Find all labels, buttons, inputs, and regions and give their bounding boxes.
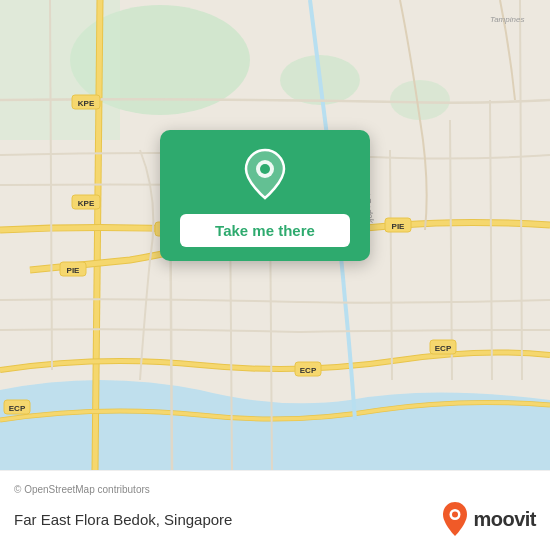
map-container[interactable]: KPE KPE PIE PIE PIE ECP ECP ECP Sungei B… [0, 0, 550, 470]
moovit-logo-pin [441, 501, 469, 537]
svg-point-26 [452, 512, 458, 518]
svg-text:ECP: ECP [435, 344, 452, 353]
location-pin-icon [243, 148, 287, 200]
moovit-brand-text: moovit [473, 508, 536, 531]
svg-point-24 [260, 164, 270, 174]
bottom-bar: © OpenStreetMap contributors Far East Fl… [0, 470, 550, 550]
app: KPE KPE PIE PIE PIE ECP ECP ECP Sungei B… [0, 0, 550, 550]
svg-text:ECP: ECP [9, 404, 26, 413]
location-name: Far East Flora Bedok, Singapore [14, 511, 232, 528]
svg-text:ECP: ECP [300, 366, 317, 375]
bottom-row: Far East Flora Bedok, Singapore moovit [14, 501, 536, 537]
take-me-there-button[interactable]: Take me there [180, 214, 350, 247]
attribution-text: © OpenStreetMap contributors [14, 484, 536, 495]
svg-text:PIE: PIE [67, 266, 81, 275]
svg-text:Tampines: Tampines [490, 15, 524, 24]
svg-text:KPE: KPE [78, 199, 95, 208]
location-card: Take me there [160, 130, 370, 261]
svg-text:PIE: PIE [392, 222, 406, 231]
pin-icon-wrapper [239, 148, 291, 200]
moovit-logo: moovit [441, 501, 536, 537]
svg-text:KPE: KPE [78, 99, 95, 108]
